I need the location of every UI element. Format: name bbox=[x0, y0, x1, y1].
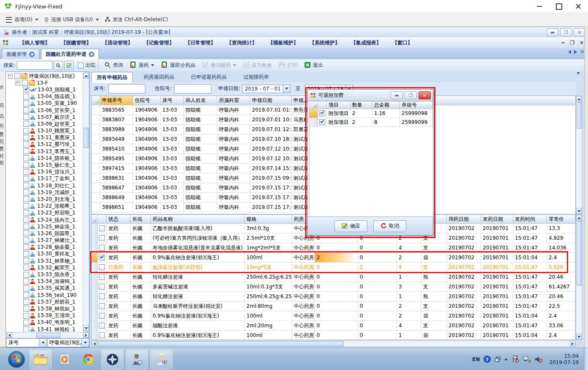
taskbar-media-player-button[interactable] bbox=[54, 350, 75, 369]
patient-checkbox[interactable] bbox=[23, 265, 29, 271]
subtab-2[interactable]: 已申请退药药品 bbox=[186, 72, 232, 82]
child-minimize-button[interactable]: ‒ bbox=[561, 40, 565, 46]
tray-clock[interactable]: 15:04 2019-07-19 bbox=[549, 353, 579, 366]
tree-patient-item[interactable]: 13-10_顾慧英_1 bbox=[6, 128, 82, 134]
tab-scroll-left-icon[interactable] bbox=[568, 50, 571, 54]
column-header[interactable]: 用药日期 bbox=[447, 215, 481, 224]
tree-patient-item[interactable]: 13-28_杨金銮_1 bbox=[6, 244, 82, 251]
patient-checkbox[interactable] bbox=[23, 148, 29, 154]
row-checkbox[interactable] bbox=[99, 235, 105, 241]
main-menu-item-2[interactable]: 【流动管理】 bbox=[102, 39, 133, 47]
table-row[interactable]: 发药长嘱0.9%氯化钠注射液(软)(海王)100ml中心药房202袋201907… bbox=[92, 253, 575, 263]
tree-patient-item[interactable]: 13-41_林旭松_1 bbox=[6, 326, 82, 332]
patient-checkbox[interactable] bbox=[23, 107, 29, 113]
column-header[interactable]: 药品名称 bbox=[151, 215, 245, 224]
patient-checkbox[interactable] bbox=[23, 292, 29, 298]
column-header[interactable]: 项目 bbox=[327, 101, 350, 109]
tray-show-hidden-icon[interactable] bbox=[504, 358, 508, 360]
column-header[interactable] bbox=[309, 101, 318, 109]
toolbar-button-1[interactable]: 退药 bbox=[126, 60, 158, 71]
column-header[interactable] bbox=[92, 215, 98, 224]
subtab-overflow-icon[interactable] bbox=[577, 74, 580, 80]
tree-patient-item[interactable]: 13-13_李秀玉_1 bbox=[6, 148, 82, 155]
drug-detail-table-hscrollbar[interactable] bbox=[91, 340, 576, 347]
row-checkbox[interactable] bbox=[99, 293, 105, 299]
tray-network-icon[interactable]: ! bbox=[523, 356, 531, 363]
column-header[interactable]: 总金额 bbox=[372, 101, 400, 109]
patient-checkbox[interactable] bbox=[23, 196, 29, 202]
patient-checkbox[interactable] bbox=[23, 224, 29, 230]
tree-patient-item[interactable]: 13-37_郑碧容_1 bbox=[6, 299, 82, 305]
advanced-search-button[interactable] bbox=[64, 61, 74, 70]
column-header[interactable]: 所属科室 bbox=[217, 96, 250, 105]
table-row[interactable]: 发药长嘱多索茶碱注射液10ml:0.1g*3支中心药房003支201907022… bbox=[92, 282, 575, 292]
patient-checkbox[interactable] bbox=[23, 203, 29, 209]
fee-row[interactable]: 附加项目2825999099 bbox=[309, 118, 433, 127]
patient-checkbox[interactable] bbox=[23, 121, 29, 127]
tab-close-icon[interactable] bbox=[29, 52, 35, 57]
window-maximize-button[interactable] bbox=[549, 0, 569, 13]
combo-dropdown-icon[interactable] bbox=[39, 339, 46, 347]
ward-combo[interactable]: 呼吸病区(9区,10 bbox=[47, 338, 89, 347]
date-dropdown-icon[interactable] bbox=[283, 85, 290, 93]
tree-patient-item[interactable]: 13-05_安康_190 bbox=[6, 100, 82, 107]
tree-patient-item[interactable]: 13-19_沈诚炘_1 bbox=[6, 189, 82, 196]
patient-checkbox[interactable] bbox=[23, 87, 29, 93]
tree-checkbox[interactable] bbox=[14, 73, 20, 79]
patient-checkbox[interactable] bbox=[23, 176, 29, 182]
tree-patient-item[interactable]: 13-40_韦东明_1 bbox=[6, 319, 82, 326]
main-menu-item-6[interactable]: 【模板维护】 bbox=[268, 39, 298, 47]
tree-patient-item[interactable]: 13-23_郑启明_1 bbox=[6, 210, 82, 217]
tree-item[interactable]: 呼吸病区(9区,10区) bbox=[6, 73, 82, 79]
tree-patient-item[interactable]: 13-27_林健仕_1 bbox=[6, 237, 82, 244]
tab-close-icon[interactable] bbox=[89, 52, 94, 57]
patient-checkbox[interactable] bbox=[23, 135, 29, 141]
discharge-checkbox[interactable] bbox=[78, 63, 84, 69]
tree-horizontal-scrollbar[interactable] bbox=[6, 332, 89, 338]
tree-patient-item[interactable]: 13-34_游淑锦_1 bbox=[6, 278, 82, 285]
patient-checkbox[interactable] bbox=[23, 142, 29, 148]
patient-checkbox[interactable] bbox=[23, 183, 29, 189]
tray-action-center-icon[interactable] bbox=[511, 356, 519, 363]
column-header[interactable] bbox=[98, 215, 107, 224]
taskbar-doctor-app-button[interactable] bbox=[126, 350, 148, 369]
patient-checkbox[interactable] bbox=[23, 313, 29, 319]
column-header[interactable]: 状态 bbox=[107, 215, 131, 224]
column-header[interactable]: 病人姓名 bbox=[184, 96, 217, 105]
tree-patient-item[interactable]: 13-22_涂能希_1 bbox=[6, 203, 82, 210]
fee-checkbox[interactable] bbox=[319, 119, 325, 125]
table-row[interactable]: 已退药长嘱氨溴索注射液(沐舒坦)15mg*5支中心药房024支201907022… bbox=[92, 263, 575, 272]
main-menu-item-3[interactable]: 【记账管理】 bbox=[144, 39, 174, 47]
bed-filter-input[interactable] bbox=[108, 84, 145, 93]
patient-checkbox[interactable] bbox=[23, 306, 29, 312]
dialog-ok-button[interactable]: 确定 bbox=[334, 220, 367, 232]
tree-patient-item[interactable]: 13-36_test_190 bbox=[6, 292, 82, 299]
tree-patient-item[interactable]: 13-20_刘文海_1 bbox=[6, 196, 82, 203]
dialog-cancel-button[interactable]: 取消 bbox=[373, 220, 406, 232]
vmware-menu-item-2[interactable]: 发送 Ctrl-Alt-Delete(C) bbox=[105, 16, 168, 23]
patient-checkbox[interactable] bbox=[23, 128, 29, 134]
window-close-button[interactable] bbox=[569, 0, 588, 13]
tree-patient-item[interactable]: 13-24_练向兰_1 bbox=[6, 217, 82, 223]
patient-checkbox[interactable] bbox=[23, 189, 29, 195]
tree-expander-icon[interactable] bbox=[16, 81, 20, 85]
tree-patient-item[interactable]: 13-38_林侃如_1 bbox=[6, 305, 82, 312]
tree-patient-item[interactable]: 13-32_戴荣芳_1 bbox=[6, 264, 82, 271]
row-checkbox[interactable] bbox=[99, 284, 105, 290]
taskbar-chrome-button[interactable] bbox=[78, 350, 99, 369]
tree-patient-item[interactable]: 13-03_陈聪规_1 bbox=[6, 86, 82, 93]
tree-patient-item[interactable]: 13-09_赵登英_1 bbox=[6, 121, 82, 127]
mdi-minimize-button[interactable]: ▬ bbox=[547, 28, 558, 36]
tree-patient-item[interactable]: 13-30_黄祥友_1 bbox=[6, 251, 82, 258]
patient-checkbox[interactable] bbox=[23, 285, 29, 291]
row-checkbox[interactable] bbox=[99, 313, 105, 319]
fee-checkbox[interactable] bbox=[319, 110, 325, 116]
patient-checkbox[interactable] bbox=[23, 251, 29, 257]
main-menu-item-9[interactable]: 【窗口】 bbox=[392, 39, 413, 47]
child-close-button[interactable]: ✕ bbox=[580, 40, 584, 46]
doc-tab-1[interactable]: 医嘱处方退药申请 bbox=[41, 49, 99, 59]
patient-checkbox[interactable] bbox=[23, 169, 29, 175]
window-minimize-button[interactable] bbox=[530, 0, 549, 13]
tree-patient-item[interactable]: 13-35_侯其通_1 bbox=[6, 285, 82, 292]
main-menu-item-5[interactable]: 【查询统计】 bbox=[227, 39, 257, 47]
